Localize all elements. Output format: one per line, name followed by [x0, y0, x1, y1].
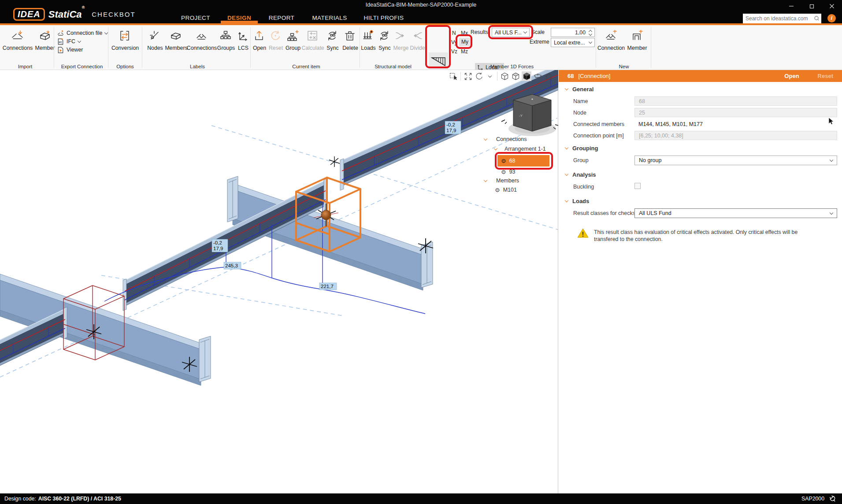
export-ifc-button[interactable]: IFC IFC: [57, 37, 81, 45]
home-view-button[interactable]: [544, 71, 553, 81]
chevron-down-icon: [565, 87, 568, 90]
chevron-down-icon: [78, 39, 81, 42]
group-label-labels: Labels: [180, 64, 215, 70]
lcs-axes-icon: [237, 30, 249, 42]
panel-item-type: [Connection]: [578, 73, 610, 79]
section-general[interactable]: General: [565, 86, 593, 93]
statica-logo: StatiCa®: [48, 9, 85, 20]
tab-materials[interactable]: MATERIALS: [308, 13, 352, 23]
ribbon-separator: [596, 27, 596, 68]
connection-file-icon: [57, 30, 64, 37]
tree-node-connections[interactable]: Connections: [484, 136, 527, 142]
gear-icon: ⚙: [501, 169, 506, 175]
group-dropdown[interactable]: No group: [634, 156, 837, 165]
buckling-checkbox[interactable]: [634, 183, 641, 189]
design-code-value: AISC 360-22 (LRFD) / ACI 318-25: [38, 496, 121, 502]
toggle-vz[interactable]: Vz: [451, 48, 457, 55]
status-bar: Design code: AISC 360-22 (LRFD) / ACI 31…: [0, 493, 842, 504]
panel-reset-button[interactable]: Reset: [818, 73, 833, 79]
labels-lcs-button[interactable]: LCS: [236, 27, 250, 63]
zoom-fit-button[interactable]: [463, 71, 473, 81]
section-analysis[interactable]: Analysis: [565, 171, 596, 178]
group-item-button[interactable]: Group: [284, 27, 302, 63]
search-input[interactable]: [746, 15, 814, 22]
loads-button[interactable]: Loads: [360, 27, 376, 63]
extreme-dropdown[interactable]: Local extre...: [551, 38, 595, 47]
chevron-down-icon: [565, 172, 568, 176]
labels-groups-button[interactable]: Groups: [216, 27, 236, 63]
maximize-button[interactable]: [801, 0, 822, 12]
annotation-box-tree-68: [495, 152, 553, 170]
tab-hilti-profis[interactable]: HILTI PROFIS: [357, 13, 410, 23]
tab-project[interactable]: PROJECT: [176, 13, 215, 23]
ribbon-separator: [54, 27, 54, 68]
conversion-button[interactable]: Conversion: [111, 27, 139, 63]
scale-input[interactable]: 1,00: [551, 28, 595, 37]
labels-connections-button[interactable]: Connections: [188, 27, 216, 63]
sync-model-icon: [378, 30, 391, 42]
section-loads[interactable]: Loads: [565, 198, 589, 204]
svg-text:-0,2: -0,2: [213, 240, 222, 245]
export-viewer-button[interactable]: Viewer: [57, 46, 83, 54]
group-label-import: Import: [7, 64, 43, 70]
sync-model-button[interactable]: Sync: [377, 27, 393, 63]
merge-icon: [395, 30, 407, 42]
labels-members-button[interactable]: Members: [165, 27, 188, 63]
panel-item-id: 68: [568, 73, 574, 79]
open-item-button[interactable]: Open: [251, 27, 268, 63]
tree-node-arrangement[interactable]: Arrangement 1-1: [494, 146, 546, 152]
tree-node-connection-93[interactable]: ⚙ 93: [501, 169, 516, 175]
tree-node-m101[interactable]: ⚙ M101: [495, 187, 517, 193]
spinner-down-icon[interactable]: [589, 32, 592, 36]
toggle-mz[interactable]: Mz: [461, 48, 468, 55]
new-connection-button[interactable]: Connection: [597, 27, 625, 63]
annotation-box-my: [456, 34, 472, 49]
spinner[interactable]: [589, 30, 592, 35]
connection-property-panel: 68 [Connection] Open Reset General Name …: [559, 70, 842, 493]
group-icon: [287, 30, 299, 42]
new-connection-icon: [605, 30, 617, 42]
tree-node-members[interactable]: Members: [484, 178, 519, 184]
panel-open-button[interactable]: Open: [784, 73, 799, 79]
model-viewport[interactable]: -0,2 17,9 -0,2 17,9 245,3 221,7 -Y: [0, 70, 558, 493]
rotate-options-chevron[interactable]: [485, 71, 495, 81]
tab-report[interactable]: REPORT: [262, 13, 301, 23]
section-grouping[interactable]: Grouping: [565, 145, 598, 152]
divide-button: Divide: [409, 27, 426, 63]
rotate-view-button[interactable]: [474, 71, 484, 81]
close-button[interactable]: [822, 0, 842, 12]
import-member-button[interactable]: Member: [34, 27, 56, 63]
calculate-icon: [307, 30, 319, 42]
group-label-current-item: Current item: [289, 64, 324, 70]
reset-item-button: Reset: [268, 27, 284, 63]
result-classes-dropdown[interactable]: All ULS Fund: [634, 208, 837, 218]
info-button[interactable]: i: [827, 14, 836, 22]
export-connection-file-button[interactable]: Connection file: [57, 29, 108, 37]
svg-text:-Y: -Y: [519, 114, 523, 118]
minimize-button[interactable]: [781, 0, 801, 12]
solid-view-button[interactable]: [522, 71, 531, 81]
node-field: 25: [634, 108, 837, 117]
search-field[interactable]: [743, 14, 821, 23]
select-tool-button[interactable]: [449, 71, 458, 81]
reset-icon: [270, 30, 282, 42]
node-label: Node: [573, 110, 586, 116]
hidden-line-view-button[interactable]: [511, 71, 520, 81]
name-label: Name: [573, 98, 588, 104]
clipping-view-button[interactable]: [533, 71, 542, 81]
delete-item-button[interactable]: Delete: [342, 27, 359, 63]
design-tab-indicator: [221, 21, 258, 25]
new-member-button[interactable]: Member: [626, 27, 649, 63]
toggle-n[interactable]: N: [452, 30, 456, 36]
app-logo: IDEA StatiCa® CHECKBOT: [13, 8, 136, 21]
name-field: 68: [634, 96, 837, 106]
warning-icon: [577, 228, 589, 238]
svg-text:17,9: 17,9: [213, 246, 223, 251]
idea-logo: IDEA: [13, 8, 45, 21]
import-connections-button[interactable]: Connections: [1, 27, 34, 63]
sync-item-button[interactable]: Sync: [324, 27, 341, 63]
wireframe-view-button[interactable]: [500, 71, 509, 81]
ribbon-separator: [250, 27, 251, 68]
ribbon-separator: [651, 27, 651, 68]
labels-nodes-button[interactable]: Nodes: [145, 27, 165, 63]
